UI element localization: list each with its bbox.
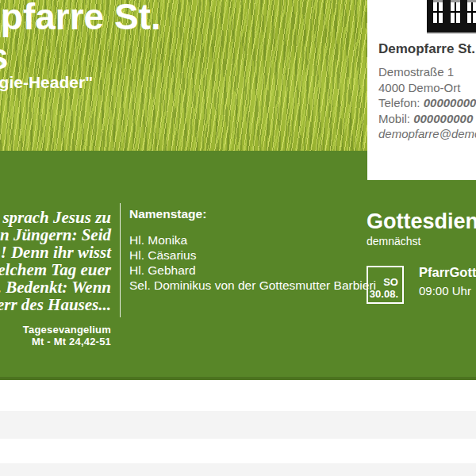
page-title-line2: Agidius bbox=[0, 36, 9, 76]
namedays-heading: Namenstage: bbox=[129, 207, 376, 221]
window-icon bbox=[467, 0, 476, 23]
contact-email[interactable]: demopfarre@demopfarre.at bbox=[378, 126, 476, 142]
contact-name: Demopfarre St. Agidius bbox=[378, 41, 476, 57]
event-day: SO bbox=[383, 276, 398, 288]
mobile-label: Mobil: bbox=[378, 112, 413, 125]
mobile-value: 000000000 bbox=[413, 112, 473, 125]
gospel-line: In jener Zeit sprach Jesus zu bbox=[0, 209, 111, 226]
info-band: In jener Zeit sprach Jesus zu seinen Jün… bbox=[0, 151, 476, 380]
contact-city: 4000 Demo-Ort bbox=[378, 80, 476, 96]
phone-label: Telefon: bbox=[378, 96, 424, 109]
page-title-line1: Demopfarre St. bbox=[0, 0, 161, 36]
event-title[interactable]: PfarrGottesdienst bbox=[419, 264, 476, 280]
contact-details: Demostraße 1 4000 Demo-Ort Telefon: 0000… bbox=[378, 64, 476, 142]
services-subheading: demnächst bbox=[367, 235, 476, 248]
gospel-line: wachsam! Denn ihr wisst bbox=[0, 244, 111, 261]
event-date-box: SO 30.08. bbox=[367, 266, 404, 304]
page-subtitle: "Liturgie-Header" bbox=[0, 73, 93, 92]
window-icon bbox=[451, 0, 460, 23]
gospel-line: seinen Jüngern: Seid bbox=[0, 226, 111, 244]
service-event-row[interactable]: SO 30.08. PfarrGottesdienst 09:00 Uhr bbox=[367, 266, 476, 304]
namedays-item: Hl. Cäsarius bbox=[129, 248, 376, 263]
namedays-list: Hl. Monika Hl. Cäsarius Hl. Gebhard Sel.… bbox=[129, 232, 376, 293]
gospel-line: nicht, an welchem Tag euer bbox=[0, 261, 111, 278]
gospel-source-label: Tagesevangelium bbox=[0, 324, 111, 336]
services-section: Gottesdienste demnächst bbox=[367, 211, 476, 248]
contact-street: Demostraße 1 bbox=[378, 64, 476, 80]
contact-mobile-row: Mobil: 000000000 bbox=[378, 111, 476, 127]
contact-phone-row: Telefon: 000000000 bbox=[378, 95, 476, 111]
gospel-quote[interactable]: In jener Zeit sprach Jesus zu seinen Jün… bbox=[0, 209, 111, 347]
namedays-item: Hl. Monika bbox=[129, 232, 376, 248]
namedays-item: Hl. Gebhard bbox=[129, 263, 376, 278]
gospel-line: der Herr des Hauses... bbox=[0, 296, 111, 313]
event-time: 09:00 Uhr bbox=[419, 284, 476, 298]
contact-card: Demopfarre St. Agidius Demostraße 1 4000… bbox=[367, 0, 476, 180]
gospel-source-ref: Mt - Mt 24,42-51 bbox=[0, 336, 111, 347]
namedays-item: Sel. Dominikus von der Gottesmutter Barb… bbox=[129, 278, 376, 293]
services-heading: Gottesdienste bbox=[367, 211, 476, 232]
event-info: PfarrGottesdienst 09:00 Uhr bbox=[419, 266, 476, 298]
window-icon bbox=[433, 0, 443, 23]
gospel-line: Herr kommt. Bedenkt: Wenn bbox=[0, 278, 111, 296]
building-windows-icon bbox=[427, 0, 476, 34]
section-divider bbox=[120, 203, 121, 317]
phone-value: 000000000 bbox=[424, 96, 476, 109]
content-stripe bbox=[0, 463, 476, 476]
namedays-section: Namenstage: Hl. Monika Hl. Cäsarius Hl. … bbox=[129, 207, 376, 293]
content-stripe bbox=[0, 411, 476, 439]
event-date: 30.08. bbox=[370, 288, 398, 300]
